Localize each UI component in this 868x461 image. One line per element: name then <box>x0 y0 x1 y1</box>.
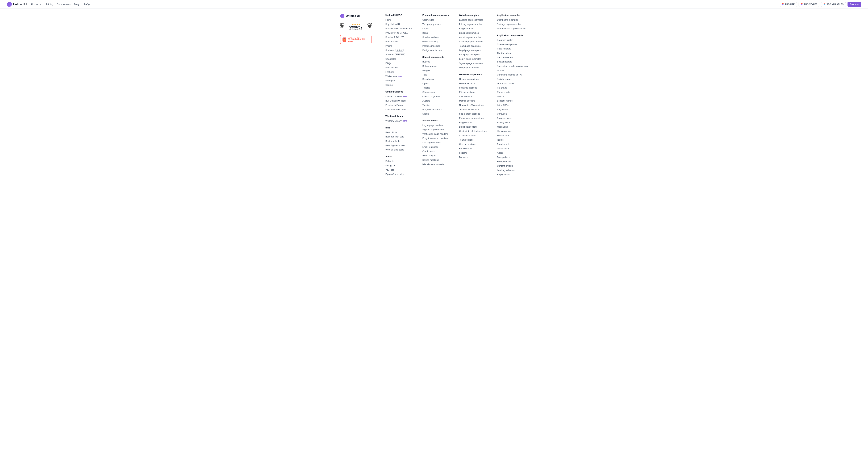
mega-link[interactable]: Blog examples <box>459 27 487 30</box>
mega-link[interactable]: Team page examples <box>459 44 487 47</box>
mega-link[interactable]: Toggles <box>422 86 449 89</box>
mega-link[interactable]: Contact page examples <box>459 40 487 43</box>
mega-link[interactable]: Instagram <box>385 164 412 167</box>
mega-link[interactable]: Color styles <box>422 19 449 21</box>
mega-link[interactable]: Portfolio mockups <box>422 44 449 47</box>
mega-link[interactable]: Section headers <box>497 56 528 59</box>
mega-link[interactable]: Icons <box>422 32 449 34</box>
mega-link[interactable]: Free version <box>385 40 412 43</box>
mega-link[interactable]: Avatars <box>422 99 449 102</box>
mega-link[interactable]: 404 page examples <box>459 66 487 69</box>
mega-link[interactable]: Breadcrumbs <box>497 143 528 146</box>
pro-lite-button[interactable]: PRO LITE <box>780 2 797 7</box>
mega-link[interactable]: Log in page headers <box>422 124 449 126</box>
mega-link[interactable]: Pie charts <box>497 86 528 89</box>
mega-link[interactable]: Dashboard examples <box>497 19 528 21</box>
mega-link[interactable]: Changelog <box>385 58 412 60</box>
mega-link[interactable]: Team sections <box>459 139 487 141</box>
mega-link[interactable]: Metrics sections <box>459 99 487 102</box>
mega-link[interactable]: Contact <box>385 84 412 86</box>
buy-now-button[interactable]: Buy now <box>847 2 861 7</box>
pro-styles-button[interactable]: PRO STYLES <box>799 2 819 7</box>
mega-link[interactable]: Contact sections <box>459 134 487 137</box>
mega-link[interactable]: Best UI kits <box>385 131 412 134</box>
mega-link[interactable]: Checkbox groups <box>422 95 449 98</box>
mega-link[interactable]: Preview in Figma <box>385 104 412 106</box>
mega-link[interactable]: Preview PRO VARIABLES <box>385 27 412 30</box>
nav-faqs[interactable]: FAQs <box>84 3 90 6</box>
mega-link[interactable]: Logos <box>422 27 449 30</box>
nav-pricing[interactable]: Pricing <box>46 3 53 6</box>
mega-link[interactable]: Vertical tabs <box>497 134 528 137</box>
mega-link[interactable]: Checkboxes <box>422 91 449 93</box>
mega-link[interactable]: Grids & spacing <box>422 40 449 43</box>
mega-link[interactable]: Activity gauges <box>497 78 528 80</box>
mega-link[interactable]: About page examples <box>459 36 487 38</box>
mega-link[interactable]: Careers sections <box>459 143 487 146</box>
mega-link[interactable]: Video players <box>422 154 449 157</box>
mega-link[interactable]: Content & rich text sections <box>459 130 487 132</box>
mega-link[interactable]: Settings page examples <box>497 23 528 26</box>
mega-link[interactable]: Newsletter CTA sections <box>459 104 487 106</box>
mega-link[interactable]: Carousels <box>497 113 528 115</box>
mega-link[interactable]: FAQs <box>385 62 412 65</box>
mega-link[interactable]: Sidebar navigations <box>497 43 528 45</box>
mega-link[interactable]: Students50% off <box>385 49 412 52</box>
mega-link[interactable]: Blog post examples <box>459 32 487 34</box>
mega-link[interactable]: Sign up page headers <box>422 128 449 131</box>
mega-link[interactable]: Inputs <box>422 82 449 85</box>
mega-link[interactable]: CTA sections <box>459 95 487 98</box>
mega-link[interactable]: Credit cards <box>422 150 449 153</box>
mega-link[interactable]: 404 page headers <box>422 141 449 144</box>
mega-link[interactable]: Radar charts <box>497 91 528 93</box>
mega-link[interactable]: Forgot password headers <box>422 137 449 140</box>
pro-variables-button[interactable]: PRO VARIABLES <box>821 2 846 7</box>
mega-link[interactable]: Page headers <box>497 48 528 50</box>
mega-link[interactable]: FAQ sections <box>459 147 487 150</box>
mega-link[interactable]: FAQ page examples <box>459 53 487 56</box>
mega-link[interactable]: Pricing sections <box>459 91 487 93</box>
mega-link[interactable]: Home <box>385 19 412 21</box>
product-hunt-badge[interactable]: 🏅 PRODUCT HUNT #1 Product of the Week <box>340 35 372 44</box>
mega-link[interactable]: Verification page headers <box>422 133 449 135</box>
mega-link[interactable]: Slideout menus <box>497 99 528 102</box>
mega-link[interactable]: Features sections <box>459 86 487 89</box>
mega-link[interactable]: Loading indicators <box>497 169 528 172</box>
nav-blog[interactable]: Blog▾ <box>74 3 81 6</box>
mega-link[interactable]: Sliders <box>422 113 449 115</box>
mega-link[interactable]: Card headers <box>497 52 528 54</box>
mega-link[interactable]: Buy Untitled UI <box>385 23 412 26</box>
mega-link[interactable]: Log in page examples <box>459 58 487 60</box>
mega-link[interactable]: Dribbble <box>385 160 412 162</box>
mega-link[interactable]: Badges <box>422 69 449 72</box>
mega-link[interactable]: Activity feeds <box>497 121 528 124</box>
mega-link[interactable]: Email templates <box>422 146 449 148</box>
mega-link[interactable]: Device mockups <box>422 159 449 161</box>
mega-link[interactable]: Preview PRO STYLES <box>385 32 412 34</box>
mega-link[interactable]: Legal page examples <box>459 49 487 52</box>
mega-link[interactable]: Progress circles <box>497 39 528 41</box>
brand-logo[interactable]: Untitled UI <box>7 2 27 7</box>
mega-link[interactable]: Features <box>385 71 412 73</box>
mega-link[interactable]: Untitled UI IconsNEW! <box>385 95 412 98</box>
mega-link[interactable]: Social proof sections <box>459 113 487 115</box>
mega-link[interactable]: Inline CTAs <box>497 104 528 106</box>
mega-link[interactable]: Command menus (⌘+K) <box>497 73 528 76</box>
mega-link[interactable]: Examples <box>385 79 412 82</box>
mega-link[interactable]: File uploaders <box>497 160 528 163</box>
mega-link[interactable]: Line & bar charts <box>497 82 528 85</box>
nav-products[interactable]: Products▾ <box>31 3 42 6</box>
mega-link[interactable]: Header navigations <box>459 78 487 80</box>
mega-link[interactable]: Buy Untitled UI Icons <box>385 99 412 102</box>
mega-link[interactable]: Best Figma courses <box>385 144 412 147</box>
mega-link[interactable]: Blog sections <box>459 121 487 124</box>
brand-logo-small[interactable]: Untitled UI <box>340 14 372 18</box>
mega-link[interactable]: Press mentions sections <box>459 117 487 119</box>
mega-link[interactable]: Informational page examples <box>497 27 528 30</box>
nav-components[interactable]: Components <box>57 3 70 6</box>
mega-link[interactable]: View all blog posts <box>385 148 412 151</box>
mega-link[interactable]: Footers <box>459 152 487 154</box>
mega-link[interactable]: How it works <box>385 66 412 69</box>
mega-link[interactable]: Typography styles <box>422 23 449 26</box>
mega-link[interactable]: Tooltips <box>422 104 449 106</box>
